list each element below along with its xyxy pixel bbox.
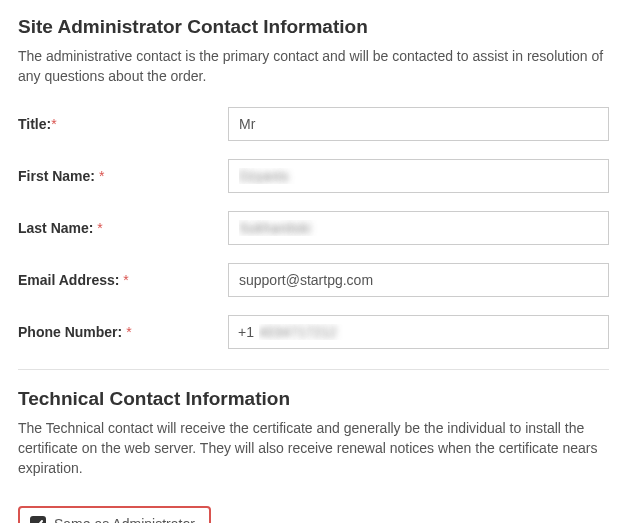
technical-description: The Technical contact will receive the c… — [18, 418, 609, 479]
label-phone: Phone Number: * — [18, 324, 228, 340]
field-row-email: Email Address: * — [18, 263, 609, 297]
input-title[interactable] — [228, 107, 609, 141]
input-first-name[interactable] — [228, 159, 609, 193]
same-as-admin-checkbox[interactable]: Same as Administrator — [18, 506, 211, 523]
required-marker: * — [123, 272, 128, 288]
field-row-phone: Phone Number: * +1 — [18, 315, 609, 349]
required-marker: * — [126, 324, 131, 340]
field-row-title: Title:* — [18, 107, 609, 141]
admin-description: The administrative contact is the primar… — [18, 46, 609, 87]
field-row-first-name: First Name: * — [18, 159, 609, 193]
label-email: Email Address: * — [18, 272, 228, 288]
required-marker: * — [99, 168, 104, 184]
same-as-admin-label: Same as Administrator — [54, 516, 195, 523]
field-row-last-name: Last Name: * — [18, 211, 609, 245]
admin-heading: Site Administrator Contact Information — [18, 16, 609, 38]
technical-heading: Technical Contact Information — [18, 388, 609, 410]
input-email[interactable] — [228, 263, 609, 297]
required-marker: * — [97, 220, 102, 236]
input-phone[interactable] — [228, 315, 609, 349]
input-last-name[interactable] — [228, 211, 609, 245]
required-marker: * — [51, 116, 56, 132]
check-icon — [30, 516, 46, 523]
phone-prefix: +1 — [238, 324, 254, 340]
label-last-name: Last Name: * — [18, 220, 228, 236]
label-first-name: First Name: * — [18, 168, 228, 184]
label-title: Title:* — [18, 116, 228, 132]
section-divider — [18, 369, 609, 370]
